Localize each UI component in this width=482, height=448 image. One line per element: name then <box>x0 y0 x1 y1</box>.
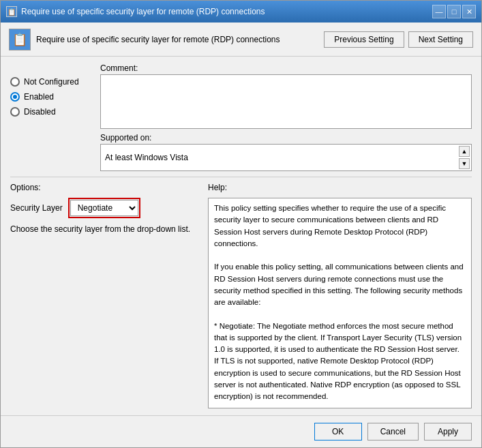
title-bar-left: 📋 Require use of specific security layer… <box>6 6 265 17</box>
title-bar: 📋 Require use of specific security layer… <box>1 1 481 23</box>
radio-label-disabled: Disabled <box>24 107 56 117</box>
previous-setting-button[interactable]: Previous Setting <box>324 31 404 48</box>
options-description: Choose the security layer from the drop-… <box>10 224 201 235</box>
radio-panel: Not Configured Enabled Disabled <box>10 63 92 171</box>
maximize-button[interactable]: □ <box>447 5 461 18</box>
options-panel: Options: Security Layer Negotiate RDP SS… <box>10 183 201 408</box>
right-panel: Comment: Supported on: At least Windows … <box>100 63 472 171</box>
minimize-button[interactable]: — <box>432 5 446 18</box>
header-left: 📋 Require use of specific security layer… <box>9 29 324 50</box>
radio-label-enabled: Enabled <box>24 92 54 102</box>
main-content: Not Configured Enabled Disabled Comment: <box>1 57 481 415</box>
help-panel: Help: This policy setting specifies whet… <box>208 183 472 408</box>
ok-button[interactable]: OK <box>314 423 362 440</box>
security-layer-label: Security Layer <box>10 203 63 213</box>
apply-button[interactable]: Apply <box>424 423 472 440</box>
cancel-button[interactable]: Cancel <box>367 423 419 440</box>
options-content: Security Layer Negotiate RDP SSL Choose … <box>10 198 201 235</box>
radio-circle-enabled <box>10 92 20 102</box>
security-layer-dropdown[interactable]: Negotiate RDP SSL <box>70 200 138 216</box>
security-layer-row: Security Layer Negotiate RDP SSL <box>10 198 201 218</box>
header-bar: 📋 Require use of specific security layer… <box>1 23 481 57</box>
footer: OK Cancel Apply <box>1 415 481 447</box>
top-section: Not Configured Enabled Disabled Comment: <box>10 63 472 171</box>
comment-group: Comment: <box>100 63 472 129</box>
radio-disabled[interactable]: Disabled <box>10 107 92 117</box>
title-controls: — □ ✕ <box>432 5 476 18</box>
radio-not-configured[interactable]: Not Configured <box>10 77 92 87</box>
radio-circle-not-configured <box>10 77 20 87</box>
dropdown-wrapper: Negotiate RDP SSL <box>68 198 140 218</box>
header-title: Require use of specific security layer f… <box>36 35 280 44</box>
radio-label-not-configured: Not Configured <box>24 77 79 87</box>
supported-label: Supported on: <box>100 133 472 143</box>
window-icon: 📋 <box>6 6 17 17</box>
split-section: Options: Security Layer Negotiate RDP SS… <box>10 177 472 408</box>
comment-textarea[interactable] <box>100 74 472 129</box>
supported-value: At least Windows Vista <box>105 153 188 162</box>
next-setting-button[interactable]: Next Setting <box>408 31 473 48</box>
radio-circle-disabled <box>10 107 20 117</box>
radio-enabled[interactable]: Enabled <box>10 92 92 102</box>
supported-group: Supported on: At least Windows Vista ▲ ▼ <box>100 133 472 171</box>
header-buttons: Previous Setting Next Setting <box>324 31 473 48</box>
help-content[interactable]: This policy setting specifies whether to… <box>208 198 472 408</box>
help-text: This policy setting specifies whether to… <box>214 204 464 408</box>
scroll-down-button[interactable]: ▼ <box>459 158 470 169</box>
close-button[interactable]: ✕ <box>462 5 476 18</box>
comment-label: Comment: <box>100 63 472 73</box>
main-window: 📋 Require use of specific security layer… <box>0 0 482 448</box>
header-icon: 📋 <box>9 29 31 50</box>
help-title: Help: <box>208 183 472 192</box>
window-title: Require use of specific security layer f… <box>21 7 265 16</box>
scroll-up-button[interactable]: ▲ <box>459 146 470 157</box>
options-title: Options: <box>10 183 201 192</box>
supported-box: At least Windows Vista ▲ ▼ <box>100 144 472 171</box>
